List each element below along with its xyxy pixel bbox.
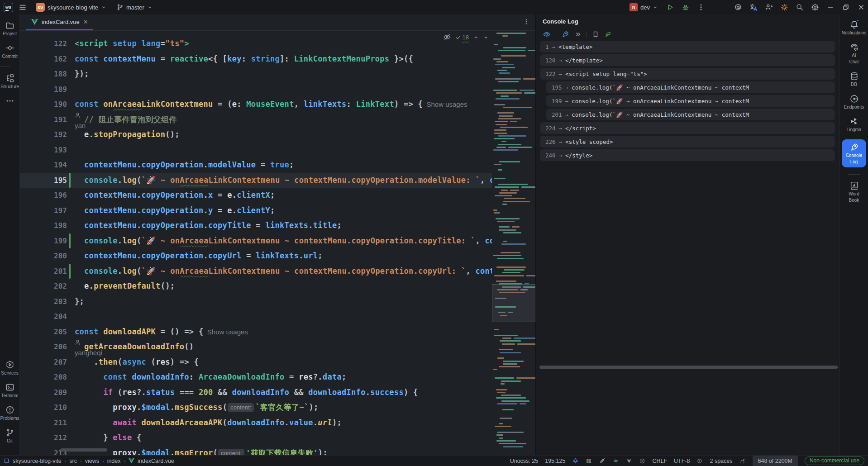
code-line-196[interactable]: 196 contextMenu.copyOperation.x = e.clie… xyxy=(20,188,535,203)
code-line-195[interactable]: 195 console.log(`🚀 ~ onArcaeaLinkContext… xyxy=(20,173,535,188)
line-number[interactable]: 188 xyxy=(20,67,67,82)
run-config-widget[interactable]: n dev xyxy=(626,2,662,13)
console-log-row-199[interactable]: 199→console.log(`🚀 ~ onArcaeaLinkContext… xyxy=(546,95,835,107)
horizontal-scrollbar[interactable] xyxy=(60,448,107,452)
line-ending[interactable]: CRLF xyxy=(652,458,667,464)
console-log-row-195[interactable]: 195→console.log(`🚀 ~ onArcaeaLinkContext… xyxy=(546,81,835,93)
stripe-item-endpoints[interactable]: Endpoints xyxy=(840,94,868,110)
license-badge[interactable]: Non-commercial use xyxy=(805,456,864,465)
minimap[interactable] xyxy=(492,31,535,455)
add-user-button[interactable] xyxy=(762,1,776,14)
line-number[interactable]: 191 xyxy=(20,112,67,128)
palette-grid-icon[interactable] xyxy=(586,458,592,464)
line-number[interactable]: 203 xyxy=(20,294,67,309)
expand-all-icon[interactable] xyxy=(574,31,582,38)
line-number[interactable]: 199 xyxy=(20,233,67,249)
highlight-off-icon[interactable] xyxy=(599,457,606,464)
code-line-199[interactable]: 199 console.log(`🚀 ~ onArcaeaLinkContext… xyxy=(20,233,535,249)
code-line-191[interactable]: 191 // 阻止事件冒泡到父组件 xyxy=(20,112,535,128)
line-number[interactable]: 208 xyxy=(20,370,67,385)
stripe-item-lingma[interactable]: Lingma xyxy=(840,117,868,133)
code-line-206[interactable]: 206 getArcaeaDownloadInfo() xyxy=(20,339,535,355)
ai-assistant-button[interactable] xyxy=(731,1,745,14)
line-number[interactable]: 190 xyxy=(20,97,67,112)
stripe-item-structure[interactable]: Structure xyxy=(0,74,20,89)
stripe-item-services[interactable]: Services xyxy=(0,360,20,376)
line-number[interactable]: 211 xyxy=(20,415,67,431)
stripe-item-terminal[interactable]: Terminal xyxy=(0,383,20,398)
bookmark-icon[interactable] xyxy=(592,31,599,38)
code-line-207[interactable]: 207 .then(async (res) => { xyxy=(20,355,535,370)
memory-indicator[interactable]: 648 of 2200M xyxy=(753,456,798,466)
code-line-211[interactable]: 211 await downloadArcaeaAPK(downloadInfo… xyxy=(20,415,535,431)
line-number[interactable]: 162 xyxy=(20,52,67,67)
caret-position[interactable]: 195:125 xyxy=(545,458,565,464)
code-line-189[interactable]: 189 xyxy=(20,82,535,97)
line-number[interactable]: 207 xyxy=(20,355,67,370)
code-editor[interactable]: 18 122<script setup lang="ts">162const c… xyxy=(20,31,535,455)
prettier-icon[interactable] xyxy=(612,457,619,464)
stripe-item-word-book[interactable]: WordBook xyxy=(840,181,868,203)
breadcrumb[interactable]: skysource-blog-vite› src› views› index› … xyxy=(4,458,174,464)
code-line-200[interactable]: 200 contextMenu.copyOperation.copyUrl = … xyxy=(20,248,535,264)
code-line-194[interactable]: 194 contextMenu.copyOperation.modelValue… xyxy=(20,157,535,173)
stripe-item-db[interactable]: DB xyxy=(840,71,868,87)
line-number[interactable]: 205 xyxy=(20,324,67,340)
line-number[interactable]: 202 xyxy=(20,279,67,294)
line-number[interactable]: 196 xyxy=(20,188,67,203)
indent-config[interactable]: 2 spaces xyxy=(710,458,732,464)
code-line-190[interactable]: 190const onArcaeaLinkContextmenu = (e: M… xyxy=(20,97,535,112)
close-tab-icon[interactable]: ✕ xyxy=(83,19,88,25)
line-number[interactable]: 195 xyxy=(20,173,67,188)
tab-options-button[interactable] xyxy=(523,18,530,25)
code-line-192[interactable]: 192 e.stopPropagation(); xyxy=(20,127,535,143)
restore-button[interactable] xyxy=(839,0,853,14)
stripe-item-ai-chat[interactable]: AIChat xyxy=(840,43,868,65)
branch-widget[interactable]: master xyxy=(113,2,156,12)
close-button[interactable] xyxy=(854,0,868,14)
stripe-item-project[interactable]: Project xyxy=(0,21,20,36)
prev-problem-icon[interactable] xyxy=(473,34,479,40)
unocss-status[interactable]: Unocss: 25 xyxy=(510,458,539,464)
stripe-item-git[interactable]: Git xyxy=(0,428,20,443)
line-number[interactable]: 209 xyxy=(20,385,67,400)
console-log-row-224[interactable]: 224→</script> xyxy=(540,122,835,134)
code-line-204[interactable]: 204 xyxy=(20,309,535,324)
panel-scrollbar[interactable] xyxy=(539,366,838,369)
stripe-item-notifications[interactable]: Notifications xyxy=(840,20,868,36)
code-line-202[interactable]: 202 e.preventDefault(); xyxy=(20,279,535,294)
preview-eye-icon[interactable] xyxy=(543,30,551,38)
line-number[interactable]: 201 xyxy=(20,264,67,279)
code-line-209[interactable]: 209 if (res?.status === 200 && downloadI… xyxy=(20,385,535,400)
settings-button[interactable] xyxy=(808,1,822,14)
file-encoding[interactable]: UTF-8 xyxy=(674,458,690,464)
line-number[interactable]: 210 xyxy=(20,400,67,415)
lingma-button[interactable] xyxy=(777,1,791,14)
project-widget[interactable]: SV skysource-blog-vite xyxy=(32,1,110,13)
line-number[interactable]: 193 xyxy=(20,143,67,158)
code-line-201[interactable]: 201 console.log(`🚀 ~ onArcaeaLinkContext… xyxy=(20,264,535,279)
line-number[interactable]: 204 xyxy=(20,309,67,324)
line-number[interactable]: 200 xyxy=(20,248,67,264)
code-line-198[interactable]: 198 contextMenu.copyOperation.copyTitle … xyxy=(20,218,535,233)
debug-button[interactable] xyxy=(679,1,692,14)
stripe-item-console-log[interactable]: ConsoleLog xyxy=(842,139,866,167)
line-number[interactable]: 194 xyxy=(20,157,67,173)
code-line-188[interactable]: 188}); xyxy=(20,67,535,82)
inspections-widget[interactable]: 18 xyxy=(441,32,491,42)
highlighting-level-icon[interactable] xyxy=(696,458,703,464)
more-actions-button[interactable] xyxy=(694,1,708,14)
code-line-208[interactable]: 208 const downloadInfo: ArcaeaDownloadIn… xyxy=(20,370,535,385)
line-number[interactable]: 122 xyxy=(20,36,67,52)
code-line-197[interactable]: 197 contextMenu.copyOperation.y = e.clie… xyxy=(20,203,535,219)
next-problem-icon[interactable] xyxy=(483,34,489,40)
webhook-icon[interactable] xyxy=(639,458,645,464)
console-log-row-120[interactable]: 120→</template> xyxy=(540,54,835,66)
stripe-item-more[interactable] xyxy=(0,96,20,105)
rocket-icon[interactable] xyxy=(561,30,569,38)
unlock-icon[interactable] xyxy=(739,458,746,464)
line-number[interactable]: 198 xyxy=(20,218,67,233)
console-log-row-226[interactable]: 226→<style scoped> xyxy=(540,136,835,147)
console-log-row-201[interactable]: 201→console.log(`🚀 ~ onArcaeaLinkContext… xyxy=(546,109,835,120)
hide-inspections-icon[interactable] xyxy=(443,33,451,41)
